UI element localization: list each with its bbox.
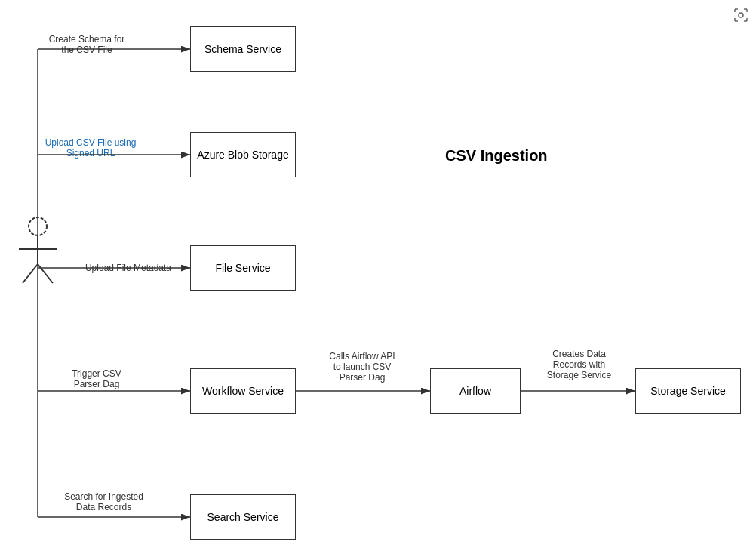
- create-schema-label: Create Schema forthe CSV File: [38, 34, 136, 55]
- schema-service-box: Schema Service: [190, 26, 296, 72]
- diagram-container: CSV Ingestion Schema Service Azure Blob …: [0, 0, 756, 554]
- upload-csv-label: Upload CSV File usingSigned URL: [38, 137, 143, 159]
- creates-data-label: Creates DataRecords withStorage Service: [528, 349, 630, 380]
- diagram-title: CSV Ingestion: [445, 147, 548, 165]
- calls-airflow-label: Calls Airflow APIto launch CSVParser Dag: [306, 351, 419, 383]
- search-ingested-label: Search for IngestedData Records: [45, 491, 162, 512]
- svg-line-4: [23, 264, 38, 283]
- file-service-box: File Service: [190, 245, 296, 291]
- svg-line-5: [38, 264, 53, 283]
- search-service-box: Search Service: [190, 494, 296, 540]
- upload-metadata-label: Upload File Metadata: [75, 263, 181, 273]
- svg-point-0: [739, 13, 743, 17]
- airflow-box: Airflow: [430, 368, 521, 414]
- svg-point-1: [29, 217, 47, 235]
- arrows-svg: [0, 0, 756, 554]
- azure-blob-storage-box: Azure Blob Storage: [190, 132, 296, 177]
- corner-icon: [732, 6, 750, 24]
- workflow-service-box: Workflow Service: [190, 368, 296, 414]
- trigger-csv-label: Trigger CSVParser Dag: [51, 368, 142, 389]
- stick-figure: [11, 215, 64, 291]
- storage-service-box: Storage Service: [635, 368, 741, 414]
